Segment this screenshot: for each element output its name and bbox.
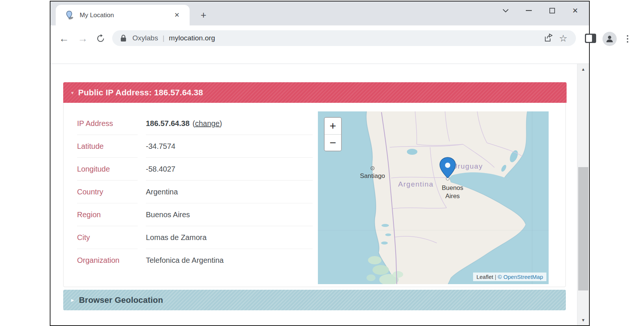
table-row: CityLomas de Zamora xyxy=(64,226,318,249)
row-label: Region xyxy=(77,203,138,226)
back-button[interactable]: ← xyxy=(57,32,71,45)
scroll-up-icon[interactable]: ▲ xyxy=(577,67,589,71)
share-icon[interactable] xyxy=(541,31,556,46)
reload-button[interactable] xyxy=(94,32,107,45)
bookmark-star-icon[interactable]: ☆ xyxy=(556,31,571,46)
profile-avatar[interactable] xyxy=(602,32,617,46)
openstreetmap-link[interactable]: OpenStreetMap xyxy=(503,274,543,280)
map-zoom-control: + − xyxy=(324,117,342,151)
zoom-in-button[interactable]: + xyxy=(325,118,341,134)
row-label: Latitude xyxy=(77,135,138,158)
screenshot-stage: My Location ✕ + ✕ ← → xyxy=(0,0,644,326)
browser-geolocation-accordion[interactable]: ▸ Browser Geolocation xyxy=(63,290,566,310)
browser-menu-icon[interactable] xyxy=(622,32,633,46)
row-value: Telefonica de Argentina xyxy=(146,249,313,272)
table-row: Longitude-58.4027 xyxy=(64,158,318,181)
location-pin-favicon xyxy=(65,10,74,20)
scroll-down-icon[interactable]: ▼ xyxy=(577,318,589,322)
lock-icon xyxy=(120,34,126,42)
map-attribution: Leaflet|© OpenStreetMap xyxy=(473,273,546,281)
row-value: Lomas de Zamora xyxy=(146,226,313,249)
caret-down-icon: ▾ xyxy=(71,90,74,96)
map-label: Santiago xyxy=(360,172,385,179)
leaflet-map[interactable]: SantiagoArgentinaBuenosAiresUruguay + − … xyxy=(318,111,549,284)
map-label: Uruguay xyxy=(452,162,483,170)
window-controls: ✕ xyxy=(494,1,587,19)
map-label: Buenos xyxy=(442,184,463,191)
tab-title: My Location xyxy=(80,12,172,19)
map-label: Argentina xyxy=(398,180,434,188)
minimize-button[interactable] xyxy=(517,3,540,18)
page-viewport: ▾ Public IP Address: 186.57.64.38 IP Add… xyxy=(50,64,589,325)
accordion-title: Browser Geolocation xyxy=(79,295,163,305)
row-value: Argentina xyxy=(146,181,313,203)
ip-details-table: IP Address186.57.64.38(change)Latitude-3… xyxy=(64,112,318,272)
row-label: Longitude xyxy=(77,158,138,181)
public-ip-banner[interactable]: ▾ Public IP Address: 186.57.64.38 xyxy=(63,82,567,103)
row-value: Buenos Aires xyxy=(146,203,313,226)
caret-right-icon: ▸ xyxy=(71,296,74,304)
forward-button[interactable]: → xyxy=(76,32,89,45)
public-ip-title: Public IP Address: 186.57.64.38 xyxy=(78,88,203,98)
leaflet-link[interactable]: Leaflet xyxy=(476,274,493,280)
address-bar[interactable]: Oxylabs | mylocation.org ☆ xyxy=(112,30,576,46)
tab-strip: My Location ✕ + ✕ xyxy=(50,1,589,25)
browser-toolbar: ← → Oxylabs | mylocation.org xyxy=(50,25,589,51)
url-domain: mylocation.org xyxy=(169,34,215,42)
side-panel-icon[interactable] xyxy=(585,34,596,43)
row-value: -34.7574 xyxy=(146,135,313,158)
new-tab-button[interactable]: + xyxy=(197,9,210,22)
browser-tab[interactable]: My Location ✕ xyxy=(56,5,190,25)
url-separator: | xyxy=(163,34,165,42)
table-row: RegionBuenos Aires xyxy=(64,203,318,226)
table-row: Latitude-34.7574 xyxy=(64,135,318,158)
close-button[interactable]: ✕ xyxy=(564,3,587,18)
map-label: Aires xyxy=(445,193,460,200)
row-value: -58.4027 xyxy=(146,158,313,181)
tab-search-chevron-icon[interactable] xyxy=(494,3,517,18)
page-scrollbar[interactable]: ▲ ▼ xyxy=(577,64,589,325)
url-site-name: Oxylabs xyxy=(132,34,158,42)
osm-copyright: © xyxy=(498,274,503,280)
row-label: Country xyxy=(77,181,138,203)
scrollbar-thumb[interactable] xyxy=(578,167,588,290)
row-label: City xyxy=(77,226,138,249)
maximize-button[interactable] xyxy=(540,3,564,18)
browser-window: My Location ✕ + ✕ ← → xyxy=(50,1,590,326)
map-geography: SantiagoArgentinaBuenosAiresUruguay xyxy=(318,111,549,284)
row-value: 186.57.64.38(change) xyxy=(146,112,313,135)
zoom-out-button[interactable]: − xyxy=(325,134,341,151)
table-row: OrganizationTelefonica de Argentina xyxy=(64,249,318,272)
ip-details-card: ▾ Public IP Address: 186.57.64.38 IP Add… xyxy=(63,82,566,287)
table-row: CountryArgentina xyxy=(64,181,318,203)
table-row: IP Address186.57.64.38(change) xyxy=(64,112,318,135)
change-ip-link[interactable]: (change) xyxy=(193,119,222,128)
row-label: Organization xyxy=(77,249,138,272)
tab-close-icon[interactable]: ✕ xyxy=(172,10,182,21)
row-label: IP Address xyxy=(77,112,138,135)
